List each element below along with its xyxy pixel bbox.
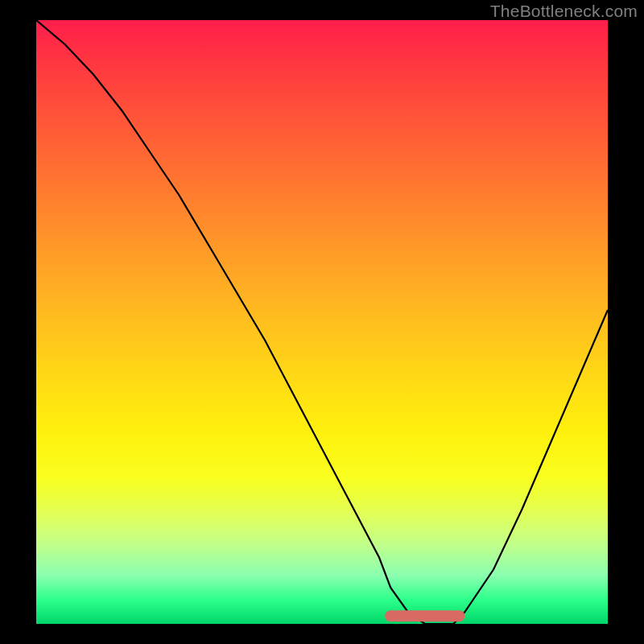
plot-area	[36, 20, 608, 624]
watermark-text: TheBottleneck.com	[490, 2, 638, 21]
chart-frame: TheBottleneck.com	[0, 0, 644, 644]
bottleneck-curve	[36, 20, 608, 624]
plot-svg	[36, 20, 608, 624]
